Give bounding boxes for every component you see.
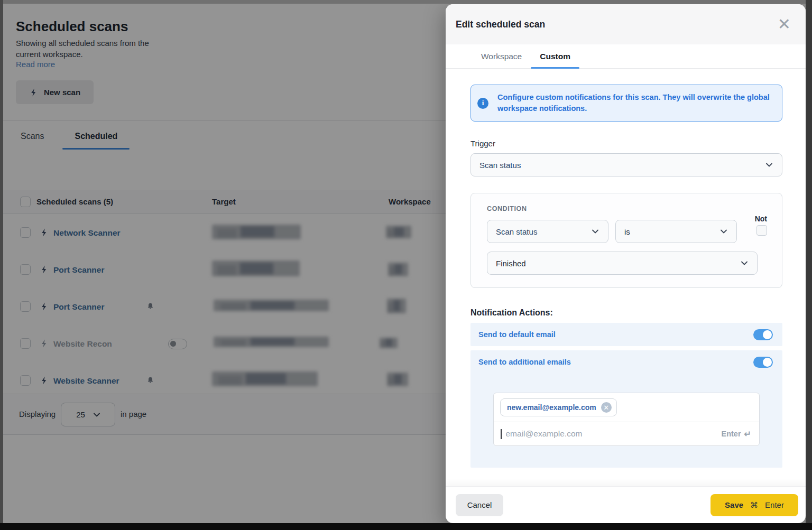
cancel-button[interactable]: Cancel: [456, 494, 503, 516]
condition-box: CONDITION Scan status is Not Finished: [470, 193, 782, 288]
chevron-down-icon: [741, 261, 748, 265]
email-list-card: new.email@example.com ✕ Enter ↵: [493, 393, 760, 446]
default-email-row: Send to default email: [470, 323, 782, 346]
email-tag-text: new.email@example.com: [507, 403, 596, 412]
remove-email-icon[interactable]: ✕: [601, 402, 612, 413]
condition-operator-select[interactable]: is: [615, 220, 737, 243]
enter-hint-text: Enter: [722, 430, 741, 438]
frame-left: [0, 0, 3, 530]
modal-tabs: Workspace Custom: [446, 44, 806, 69]
condition-operator-value: is: [624, 227, 630, 236]
save-label: Save: [725, 500, 743, 509]
condition-heading: CONDITION: [487, 205, 767, 212]
condition-status-value: Finished: [496, 259, 526, 268]
text-cursor: [501, 429, 502, 439]
not-checkbox[interactable]: [756, 225, 767, 236]
chevron-down-icon: [721, 229, 727, 234]
frame-top: [0, 0, 812, 4]
email-input-row: Enter ↵: [494, 422, 759, 445]
modal-title: Edit scheduled scan: [456, 19, 545, 30]
trigger-select[interactable]: Scan status: [470, 153, 782, 176]
chevron-down-icon: [592, 229, 598, 234]
condition-field-select[interactable]: Scan status: [487, 220, 608, 243]
additional-emails-label: Send to additional emails: [478, 358, 571, 366]
edit-scheduled-scan-modal: Edit scheduled scan ✕ Workspace Custom i…: [446, 4, 806, 523]
save-button[interactable]: Save ⌘ Enter: [710, 494, 798, 516]
modal-header: Edit scheduled scan ✕: [446, 4, 806, 44]
email-input[interactable]: [506, 429, 717, 439]
email-tag: new.email@example.com ✕: [500, 398, 617, 416]
close-icon[interactable]: ✕: [778, 16, 791, 32]
enter-hint: Enter ↵: [722, 429, 751, 439]
info-banner-text: Configure custom notifications for this …: [497, 92, 771, 114]
trigger-value: Scan status: [479, 161, 521, 170]
default-email-toggle-on[interactable]: [753, 329, 773, 340]
default-email-label: Send to default email: [478, 330, 556, 339]
trigger-label: Trigger: [470, 139, 782, 148]
command-key-icon: ⌘: [750, 500, 758, 510]
modal-body: i Configure custom notifications for thi…: [446, 69, 806, 486]
notification-actions-heading: Notification Actions:: [470, 308, 782, 318]
email-tag-area: new.email@example.com ✕: [494, 393, 759, 422]
frame-right: [806, 0, 812, 530]
info-icon: i: [477, 98, 488, 109]
enter-key-label: Enter: [765, 500, 784, 509]
tab-custom[interactable]: Custom: [531, 44, 579, 68]
condition-status-select[interactable]: Finished: [487, 252, 758, 275]
chevron-down-icon: [766, 163, 772, 167]
additional-emails-toggle-on[interactable]: [753, 357, 773, 368]
additional-emails-panel: Send to additional emails new.email@exam…: [470, 350, 782, 468]
tab-workspace[interactable]: Workspace: [472, 44, 531, 68]
modal-footer: Cancel Save ⌘ Enter: [446, 486, 806, 523]
enter-arrow-icon: ↵: [744, 429, 751, 439]
info-banner: i Configure custom notifications for thi…: [470, 85, 782, 122]
frame-bottom: [0, 523, 812, 530]
not-label: Not: [755, 215, 767, 223]
condition-field-value: Scan status: [496, 227, 537, 236]
additional-emails-row: Send to additional emails: [470, 350, 782, 374]
